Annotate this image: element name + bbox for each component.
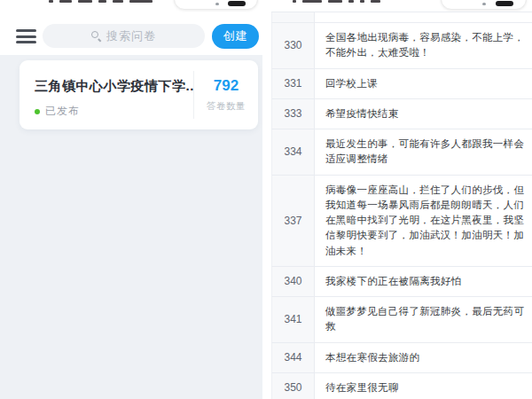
survey-title: 三角镇中心小学疫情下学...	[35, 78, 193, 95]
table-row[interactable]: 344本想在寒假去旅游的	[271, 343, 532, 373]
response-count: 792	[214, 77, 239, 95]
answer-text: 最近发生的事，可能有许多人都跟我一样会适应调整情绪	[315, 129, 532, 175]
panel-divider-gap	[262, 0, 270, 399]
answers-table-panel: 330全国各地出现病毒，容易感染，不能上学，不能外出，太难受啦！331回学校上课…	[270, 0, 532, 399]
capsule-close-icon[interactable]	[496, 1, 513, 6]
create-button[interactable]: 创建	[212, 24, 259, 49]
capsule-more-icon[interactable]	[215, 3, 219, 5]
capsule-more-icon[interactable]	[482, 3, 486, 5]
table-row[interactable]: 341做噩梦梦见自己得了新冠肺炎，最后无药可救	[271, 297, 532, 343]
answer-id: 340	[272, 267, 315, 296]
answer-id: 334	[272, 129, 315, 175]
miniprogram-capsule[interactable]	[441, 0, 527, 10]
answer-id: 337	[272, 176, 315, 266]
statusbar-text-fragment	[49, 0, 153, 5]
answer-text: 全国各地出现病毒，容易感染，不能上学，不能外出，太难受啦！	[315, 23, 532, 68]
two-screenshot-composite: 搜索问卷 创建 三角镇中心小学疫情下学... 已发布 792 答卷数量	[0, 0, 532, 399]
table-row[interactable]: 330全国各地出现病毒，容易感染，不能上学，不能外出，太难受啦！	[271, 23, 532, 69]
table-row[interactable]: 337病毒像一座座高山，拦住了人们的步伐，但我知道每一场暴风雨后都是朗朗晴天，人…	[271, 176, 532, 267]
menu-icon[interactable]	[16, 29, 36, 43]
answer-id: 330	[272, 23, 315, 68]
search-icon	[91, 31, 101, 41]
answer-text: 本想在寒假去旅游的	[315, 343, 532, 372]
capsule-close-icon[interactable]	[228, 1, 246, 6]
left-top-bar: 搜索问卷 创建	[0, 0, 262, 55]
published-dot-icon	[35, 109, 40, 114]
answer-text: 回学校上课	[315, 69, 532, 98]
table-row[interactable]: 331回学校上课	[271, 69, 532, 99]
answer-text: 我家楼下的正在被隔离我好怕	[315, 267, 532, 296]
table-row[interactable]: 350待在家里很无聊	[271, 373, 532, 399]
right-top-bar	[270, 0, 532, 12]
answers-table: 330全国各地出现病毒，容易感染，不能上学，不能外出，太难受啦！331回学校上课…	[271, 12, 532, 399]
status-label: 已发布	[45, 104, 80, 119]
survey-list-panel: 搜索问卷 创建 三角镇中心小学疫情下学... 已发布 792 答卷数量	[0, 0, 262, 399]
response-count-label: 答卷数量	[207, 100, 246, 113]
answer-id: 333	[272, 99, 315, 129]
table-row[interactable]: 340我家楼下的正在被隔离我好怕	[271, 267, 532, 297]
response-count-block: 792 答卷数量	[193, 71, 258, 119]
answer-text: 病毒像一座座高山，拦住了人们的步伐，但我知道每一场暴风雨后都是朗朗晴天，人们在黑…	[315, 176, 532, 266]
answer-text: 希望疫情快结束	[315, 99, 532, 129]
survey-status: 已发布	[35, 104, 193, 119]
search-input[interactable]: 搜索问卷	[43, 24, 205, 48]
answer-text: 待在家里很无聊	[315, 373, 532, 399]
answer-id: 331	[272, 69, 315, 98]
answer-id: 341	[272, 297, 315, 342]
table-row-partial	[271, 12, 532, 23]
table-row[interactable]: 334最近发生的事，可能有许多人都跟我一样会适应调整情绪	[271, 129, 532, 176]
search-placeholder: 搜索问卷	[106, 28, 156, 44]
answer-text: 做噩梦梦见自己得了新冠肺炎，最后无药可救	[315, 297, 532, 342]
miniprogram-capsule[interactable]	[174, 0, 258, 10]
table-row[interactable]: 333希望疫情快结束	[271, 99, 532, 129]
survey-card[interactable]: 三角镇中心小学疫情下学... 已发布 792 答卷数量	[20, 60, 258, 129]
answer-id: 350	[272, 373, 315, 399]
survey-card-main: 三角镇中心小学疫情下学... 已发布	[20, 60, 193, 129]
statusbar-text-fragment	[293, 0, 380, 5]
answer-id: 344	[272, 343, 315, 372]
